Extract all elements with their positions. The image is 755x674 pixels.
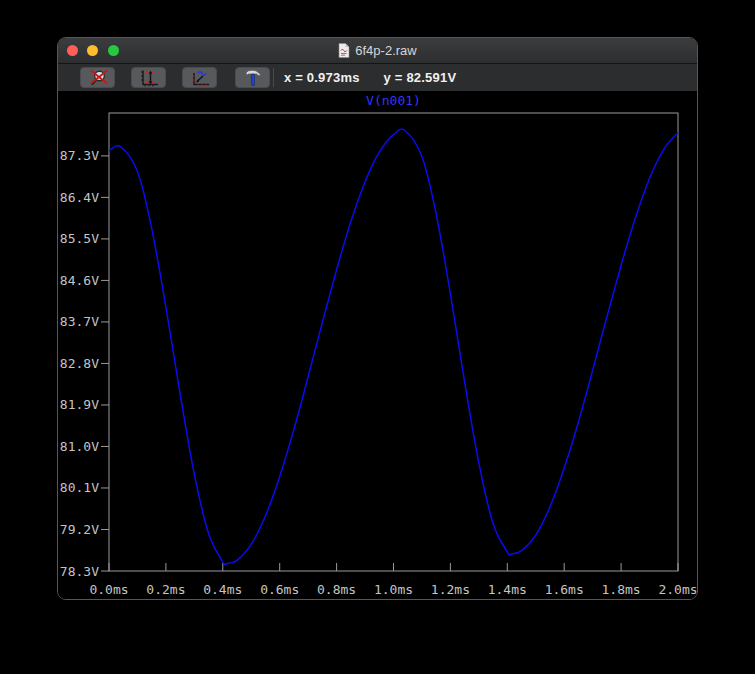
autorange-y-icon xyxy=(137,69,161,87)
x-tick-label: 1.6ms xyxy=(545,582,584,597)
zoom-back-button[interactable] xyxy=(80,67,115,88)
window-title: 6f4p-2.raw xyxy=(355,43,416,58)
cursor-readout: x = 0.973ms y = 82.591V xyxy=(284,64,456,91)
waveform-plot[interactable]: V(n001)78.3V79.2V80.1V81.0V81.9V82.8V83.… xyxy=(58,91,698,600)
y-tick-label: 83.7V xyxy=(60,314,99,329)
y-tick-label: 85.5V xyxy=(60,231,99,246)
y-tick-label: 86.4V xyxy=(60,190,99,205)
y-tick-label: 84.6V xyxy=(60,273,99,288)
x-tick-label: 0.4ms xyxy=(203,582,242,597)
x-tick-label: 1.8ms xyxy=(602,582,641,597)
y-tick-label: 81.0V xyxy=(60,439,99,454)
waveform-window: 6f4p-2.raw xyxy=(57,37,698,600)
autorange-y-button[interactable] xyxy=(131,67,166,88)
trace-label[interactable]: V(n001) xyxy=(366,93,421,108)
zoom-back-icon xyxy=(86,69,110,87)
autorange-icon xyxy=(188,69,212,87)
cursor-x-readout: x = 0.973ms xyxy=(284,70,360,85)
y-tick-label: 80.1V xyxy=(60,480,99,495)
x-tick-label: 0.0ms xyxy=(89,582,128,597)
plot-area[interactable]: V(n001)78.3V79.2V80.1V81.0V81.9V82.8V83.… xyxy=(58,91,698,600)
plot-border xyxy=(109,113,678,571)
autorange-button[interactable] xyxy=(182,67,217,88)
x-tick-label: 2.0ms xyxy=(658,582,697,597)
trace-vn001[interactable] xyxy=(109,129,678,565)
toolbar: x = 0.973ms y = 82.591V xyxy=(58,64,697,91)
y-tick-label: 82.8V xyxy=(60,356,99,371)
y-tick-label: 81.9V xyxy=(60,397,99,412)
y-tick-label: 79.2V xyxy=(60,522,99,537)
x-tick-label: 1.2ms xyxy=(431,582,470,597)
control-panel-button[interactable] xyxy=(235,67,270,88)
x-tick-label: 0.8ms xyxy=(317,582,356,597)
hammer-icon xyxy=(241,69,265,87)
x-tick-label: 0.2ms xyxy=(146,582,185,597)
titlebar[interactable]: 6f4p-2.raw xyxy=(58,38,697,64)
x-tick-label: 1.4ms xyxy=(488,582,527,597)
toolbar-separator xyxy=(273,68,274,87)
y-tick-label: 87.3V xyxy=(60,148,99,163)
document-icon xyxy=(338,43,350,58)
x-tick-label: 1.0ms xyxy=(374,582,413,597)
cursor-y-readout: y = 82.591V xyxy=(384,70,457,85)
y-tick-label: 78.3V xyxy=(60,564,99,579)
screen: { "window": { "title": "6f4p-2.raw", "tr… xyxy=(0,0,755,674)
x-tick-label: 0.6ms xyxy=(260,582,299,597)
